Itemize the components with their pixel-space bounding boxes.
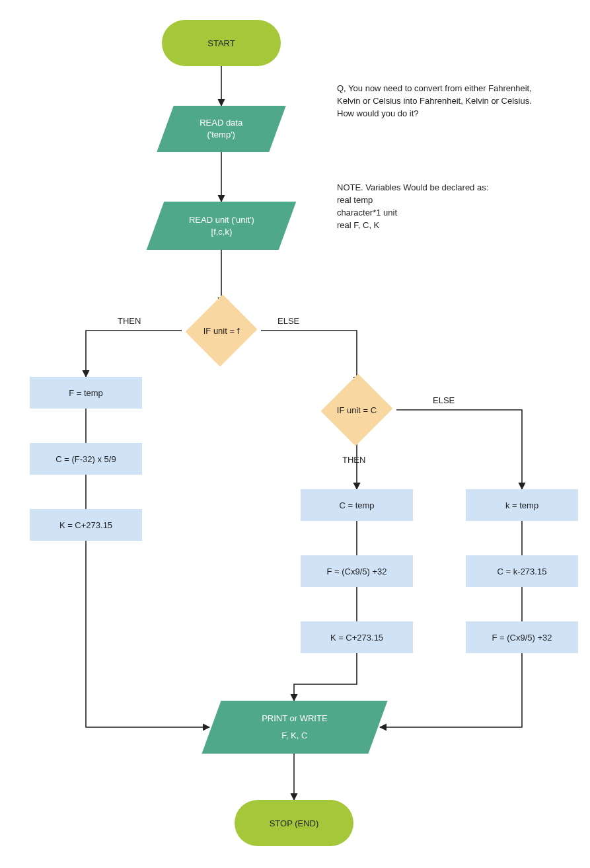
process-k-from-c-2-label: K = C+273.15 [330,633,383,643]
io-print-line1: PRINT or WRITE [262,713,327,725]
branch-label-else-1: ELSE [277,316,299,326]
io-print-line2: F, K, C [262,730,327,742]
process-f-assign-label: F = temp [69,388,103,398]
process-c-assign: C = temp [301,489,413,521]
branch-label-then-1: THEN [118,316,141,326]
process-k-from-c-1: K = C+273.15 [30,509,142,541]
process-f-from-c-1: F = (Cx9/5) +32 [301,555,413,587]
process-c-from-k: C = k-273.15 [466,555,578,587]
terminator-stop-label: STOP (END) [270,818,319,828]
decision-if-unit-c-label: IF unit = C [333,405,381,415]
io-read-unit: READ unit ('unit') [f,c,k) [147,202,297,250]
process-k-assign: k = temp [466,489,578,521]
terminator-start-label: START [207,38,235,48]
process-k-assign-label: k = temp [505,500,538,510]
io-read-unit-line1: READ unit ('unit') [189,214,254,226]
io-print: PRINT or WRITE F, K, C [202,701,387,754]
io-read-unit-line2: [f,c,k) [189,226,254,238]
io-read-data-line2: ('temp') [200,129,242,141]
question-note: Q, You now need to convert from either F… [337,83,562,120]
process-c-from-f: C = (F-32) x 5/9 [30,443,142,475]
flowchart-canvas: Q, You now need to convert from either F… [0,0,590,868]
branch-label-else-2: ELSE [433,395,455,405]
terminator-stop: STOP (END) [235,800,353,846]
process-f-assign: F = temp [30,377,142,409]
process-f-from-c-1-label: F = (Cx9/5) +32 [326,567,387,576]
variables-note: NOTE. Variables Would be declared as: re… [337,182,535,231]
io-read-data: READ data ('temp') [157,106,285,152]
process-k-from-c-1-label: K = C+273.15 [59,520,112,530]
process-c-from-k-label: C = k-273.15 [498,567,547,576]
decision-if-unit-f-label: IF unit = f [200,326,244,336]
terminator-start: START [162,20,281,66]
branch-label-then-2: THEN [342,455,365,465]
process-k-from-c-2: K = C+273.15 [301,621,413,653]
process-c-from-f-label: C = (F-32) x 5/9 [55,454,116,464]
decision-if-unit-f: IF unit = f [182,304,261,357]
process-f-from-c-2: F = (Cx9/5) +32 [466,621,578,653]
decision-if-unit-c: IF unit = C [317,383,396,436]
process-f-from-c-2-label: F = (Cx9/5) +32 [492,633,552,643]
io-read-data-line1: READ data [200,117,242,129]
process-c-assign-label: C = temp [339,500,374,510]
